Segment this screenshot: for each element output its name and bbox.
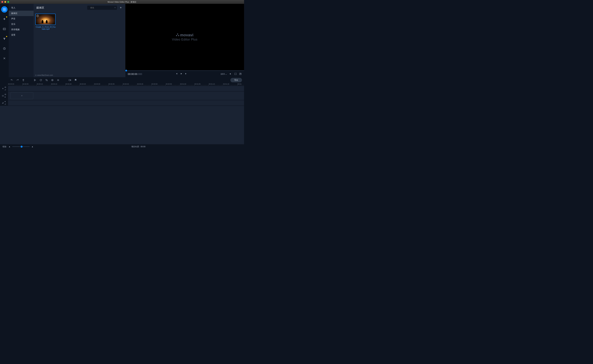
ruler-tick: 00:00:35 [108, 83, 123, 86]
audio-track[interactable] [0, 100, 244, 105]
notification-dot-icon [6, 16, 7, 18]
ruler-tick: 00:00:10 [37, 83, 51, 86]
clear-search-icon[interactable]: × [114, 6, 116, 9]
sidebar: 导入 媒体区 声音 音乐 库存视频 背景 [9, 4, 33, 77]
visibility-icon[interactable] [4, 86, 6, 88]
drop-zone[interactable]: + [11, 92, 33, 99]
zoom-in-button[interactable]: ▲ [32, 145, 33, 148]
tracks: + [0, 86, 244, 105]
video-track-icon [2, 95, 4, 97]
sidebar-item-label: 导入 [11, 7, 15, 9]
add-media-button[interactable]: + [119, 6, 122, 10]
titlebar: Movavi Video Editor Plus - 新项目 [0, 0, 244, 4]
titles-tab[interactable] [1, 36, 7, 42]
project-length-label: 项目长度: [131, 145, 140, 148]
text-track-icon [2, 88, 4, 90]
preview-panel: movavi Video Editor Plus 00:00:00.000 16… [125, 4, 244, 77]
redo-button[interactable] [16, 79, 19, 81]
svg-point-11 [5, 87, 6, 87]
mute-icon[interactable] [4, 101, 6, 103]
footer: 缩放: ▲ ▲ 项目长度: 00:00 [0, 144, 244, 149]
svg-point-13 [5, 94, 6, 95]
ruler-tick: 00:00:40 [123, 83, 137, 86]
watermark-text: www.MacDown.com [37, 74, 53, 76]
import-tab[interactable] [1, 6, 7, 13]
timeline-empty-area[interactable] [0, 106, 244, 144]
sidebar-item-backgrounds[interactable]: 背景 [9, 32, 33, 38]
clip-properties-button[interactable] [57, 79, 60, 81]
color-adjust-button[interactable] [51, 79, 54, 81]
media-thumbnail[interactable] [35, 14, 56, 25]
record-button[interactable] [68, 79, 71, 81]
notification-dot-icon [6, 36, 7, 37]
ruler-tick: 00:00:05 [22, 83, 37, 86]
video-track[interactable]: + [0, 91, 244, 100]
timecode: 00:00:00.000 [128, 73, 142, 75]
volume-button[interactable] [229, 73, 232, 76]
link-icon[interactable] [4, 103, 6, 105]
ruler-tick: 00:00:20 [65, 83, 80, 86]
filters-tab[interactable] [1, 16, 7, 22]
title-track[interactable] [0, 86, 244, 91]
window-controls [1, 1, 9, 3]
timecode-main: 00:00:00 [128, 73, 137, 75]
track-head [0, 91, 8, 100]
more-tools-tab[interactable] [1, 55, 7, 61]
sidebar-item-label: 媒体区 [11, 12, 18, 14]
mute-icon[interactable] [4, 96, 6, 98]
svg-point-9 [52, 80, 53, 80]
zoom-out-button[interactable]: ▲ [9, 145, 11, 148]
minimize-button[interactable] [4, 1, 6, 3]
chevron-down-icon: ⌄ [225, 73, 227, 75]
rotate-button[interactable] [40, 79, 42, 81]
globe-icon [35, 74, 37, 76]
fullscreen-button[interactable] [234, 73, 237, 76]
export-label: 导出 [234, 79, 238, 81]
timeline-ruler[interactable]: 00:00:0000:00:0500:00:1000:00:1500:00:20… [8, 83, 244, 86]
sidebar-item-label: 库存视频 [11, 28, 20, 31]
sidebar-item-sound[interactable]: 声音 [9, 16, 33, 21]
prev-frame-button[interactable] [175, 72, 178, 76]
media-item[interactable]: Couple_In_Front_Of_Fountain.mp4 [35, 14, 56, 30]
split-button[interactable] [34, 79, 36, 81]
ruler-tick: 00:01:00 [180, 83, 194, 86]
undo-button[interactable] [11, 79, 13, 81]
progress-handle[interactable] [125, 70, 127, 72]
transitions-tab[interactable] [1, 26, 7, 32]
delete-button[interactable] [22, 79, 25, 81]
sidebar-item-import[interactable]: 导入 [9, 5, 33, 11]
crop-button[interactable] [45, 79, 48, 81]
export-button[interactable]: 导出 [230, 78, 242, 82]
maximize-button[interactable] [7, 1, 9, 3]
visibility-icon[interactable] [4, 93, 6, 95]
brand-name: movavi [180, 33, 193, 37]
search-box[interactable]: × [87, 6, 117, 10]
preview-controls: 00:00:00.000 16:9 ⌄ [125, 71, 244, 77]
ruler-tick: 00:01:05 [194, 83, 209, 86]
popout-button[interactable] [239, 73, 242, 76]
zoom-slider[interactable] [12, 146, 30, 147]
link-icon[interactable] [4, 89, 6, 91]
aspect-ratio-selector[interactable]: 16:9 ⌄ [220, 73, 227, 75]
ruler-tick: 00:00:15 [51, 83, 65, 86]
play-button[interactable] [180, 72, 182, 76]
timecode-ms: .000 [137, 73, 142, 75]
ruler-tick: 00:01: [237, 83, 244, 86]
next-frame-button[interactable] [185, 72, 187, 76]
preview-progress[interactable] [125, 70, 244, 71]
sidebar-item-label: 声音 [11, 18, 15, 20]
ruler-tick: 00:01:15 [223, 83, 237, 86]
search-input[interactable] [90, 7, 114, 9]
sidebar-item-stock-video[interactable]: 库存视频 [9, 27, 33, 32]
sidebar-item-media[interactable]: 媒体区 [9, 11, 33, 16]
stickers-tab[interactable] [1, 46, 7, 52]
close-button[interactable] [1, 1, 3, 3]
ruler-tick: 00:01:10 [209, 83, 223, 86]
main-area: 导入 媒体区 声音 音乐 库存视频 背景 媒体区 × + Couple_In_F… [0, 4, 244, 77]
sidebar-item-music[interactable]: 音乐 [9, 21, 33, 27]
zoom-label: 缩放: [2, 145, 7, 148]
preview-canvas: movavi Video Editor Plus [125, 4, 244, 70]
media-header: 媒体区 × + [33, 4, 125, 12]
marker-button[interactable] [74, 79, 77, 81]
zoom-knob[interactable] [21, 146, 23, 148]
